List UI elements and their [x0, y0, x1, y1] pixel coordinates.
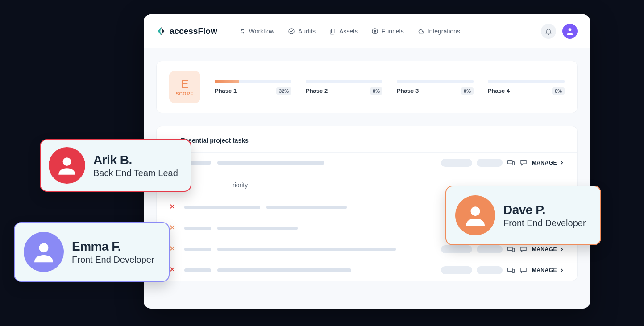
skeleton-text: [184, 248, 211, 251]
audits-icon: [288, 28, 295, 35]
chevron-right-icon: [559, 268, 565, 273]
phase-label: Phase 2: [306, 87, 328, 94]
nav-assets[interactable]: Assets: [329, 28, 358, 35]
devices-icon: [507, 245, 515, 253]
notifications-button[interactable]: [541, 24, 556, 39]
person-role: Front End Developer: [503, 218, 586, 228]
phase-percent: 0%: [552, 87, 565, 95]
nav-item-label: Integrations: [428, 28, 460, 35]
topbar-right: [541, 24, 578, 39]
devices-icon: [507, 266, 515, 274]
assets-icon: [329, 28, 336, 35]
phase-label: Phase 3: [397, 87, 419, 94]
person-name: Dave P.: [503, 203, 586, 217]
phase-4: Phase 4 0%: [488, 80, 565, 95]
person-card-arik: Arik B. Back End Team Lead: [40, 139, 191, 192]
skeleton-text: [184, 227, 211, 230]
person-card-emma: Emma F. Front End Developer: [14, 222, 170, 282]
svg-point-12: [39, 243, 49, 252]
svg-rect-9: [507, 268, 512, 272]
phase-label: Phase 1: [215, 87, 237, 94]
phase-progress-bar: [397, 80, 474, 83]
chevron-right-icon: [559, 160, 565, 165]
comment-icon: [519, 245, 528, 253]
svg-point-4: [569, 28, 572, 31]
skeleton-text: [217, 268, 351, 272]
phase-percent: 32%: [276, 87, 291, 95]
section-title: riority: [233, 182, 248, 189]
svg-point-3: [374, 30, 376, 32]
svg-rect-7: [507, 247, 512, 251]
phase-2: Phase 2 0%: [306, 80, 382, 95]
skeleton-pill: [441, 266, 472, 274]
x-icon: [169, 245, 178, 253]
person-card-dave: Dave P. Front End Developer: [445, 186, 601, 245]
manage-button[interactable]: MANAGE: [532, 267, 565, 273]
task-row: MANAGE: [157, 152, 577, 173]
score-badge: E SCORE: [169, 71, 200, 103]
x-icon: [169, 266, 178, 274]
person-role: Back End Team Lead: [93, 168, 178, 178]
skeleton-text: [266, 206, 347, 209]
workflow-icon: [239, 28, 246, 35]
logo[interactable]: accessFlow: [156, 26, 217, 36]
person-role: Front End Developer: [72, 255, 154, 265]
x-icon: [169, 203, 178, 211]
skeleton-text: [217, 227, 298, 230]
svg-point-0: [289, 29, 294, 34]
phase-percent: 0%: [461, 87, 474, 95]
x-icon: [169, 224, 178, 232]
nav-item-label: Assets: [339, 28, 358, 35]
bell-icon: [545, 28, 552, 35]
nav-item-label: Funnels: [382, 28, 404, 35]
svg-rect-5: [507, 161, 512, 164]
skeleton-text: [184, 268, 211, 272]
manage-label: MANAGE: [532, 246, 557, 252]
devices-icon: [507, 159, 515, 167]
chevron-right-icon: [559, 247, 565, 252]
integrations-icon: [417, 28, 424, 35]
manage-button[interactable]: MANAGE: [532, 160, 565, 166]
nav-audits[interactable]: Audits: [288, 28, 316, 35]
svg-rect-8: [512, 248, 515, 252]
section-header-essential[interactable]: Essential project tasks: [157, 129, 577, 152]
avatar: [24, 232, 64, 272]
brand-name: accessFlow: [170, 26, 217, 36]
phase-progress-bar: [306, 80, 382, 83]
app-window: accessFlow Workflow Audits Assets Funnel…: [144, 14, 590, 309]
skeleton-text: [217, 248, 396, 251]
manage-button[interactable]: MANAGE: [532, 246, 565, 252]
nav-item-label: Workflow: [249, 28, 274, 35]
phase-progress-bar: [488, 80, 565, 83]
skeleton-pill: [477, 266, 503, 274]
svg-rect-6: [512, 162, 515, 165]
avatar: [49, 147, 85, 184]
skeleton-pill: [477, 159, 503, 167]
nav-funnels[interactable]: Funnels: [371, 28, 404, 35]
nav-integrations[interactable]: Integrations: [417, 28, 460, 35]
section-title: Essential project tasks: [181, 137, 249, 144]
score-label: SCORE: [176, 91, 194, 96]
task-row: MANAGE: [157, 260, 577, 281]
comment-icon: [519, 159, 528, 167]
person-name: Emma F.: [72, 239, 154, 254]
avatar-icon: [565, 27, 574, 36]
phase-1: Phase 1 32%: [215, 80, 291, 95]
svg-rect-10: [512, 269, 515, 273]
nav-item-label: Audits: [298, 28, 316, 35]
logo-mark-icon: [156, 26, 166, 36]
main-nav: Workflow Audits Assets Funnels Integrati…: [239, 28, 460, 35]
score-grade: E: [181, 78, 188, 90]
skeleton-pill: [441, 159, 472, 167]
comment-icon: [519, 266, 528, 274]
user-avatar[interactable]: [562, 24, 578, 39]
phase-percent: 0%: [370, 87, 382, 95]
svg-point-13: [471, 206, 480, 216]
manage-label: MANAGE: [532, 160, 557, 166]
phase-label: Phase 4: [488, 87, 510, 94]
phase-progress-bar: [215, 80, 291, 83]
svg-rect-1: [331, 29, 335, 33]
avatar: [455, 195, 495, 235]
nav-workflow[interactable]: Workflow: [239, 28, 274, 35]
person-name: Arik B.: [93, 153, 178, 167]
